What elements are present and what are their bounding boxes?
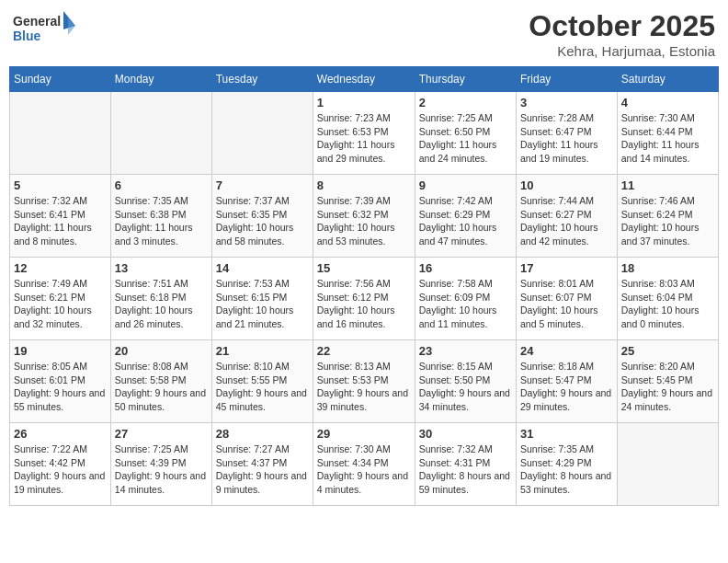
calendar-header-row: SundayMondayTuesdayWednesdayThursdayFrid… (10, 67, 719, 92)
location: Kehra, Harjumaa, Estonia (529, 43, 715, 59)
day-info: Sunrise: 7:32 AM Sunset: 4:31 PM Dayligh… (419, 442, 512, 497)
day-info: Sunrise: 7:23 AM Sunset: 6:53 PM Dayligh… (317, 111, 411, 166)
day-cell: 13Sunrise: 7:51 AM Sunset: 6:18 PM Dayli… (110, 258, 211, 340)
day-info: Sunrise: 8:03 AM Sunset: 6:04 PM Dayligh… (621, 277, 714, 331)
col-header-saturday: Saturday (617, 67, 718, 92)
day-info: Sunrise: 7:42 AM Sunset: 6:29 PM Dayligh… (419, 194, 512, 248)
day-cell: 15Sunrise: 7:56 AM Sunset: 6:12 PM Dayli… (313, 258, 415, 340)
day-info: Sunrise: 7:44 AM Sunset: 6:27 PM Dayligh… (520, 194, 613, 248)
day-number: 13 (115, 261, 208, 275)
col-header-sunday: Sunday (10, 67, 111, 92)
day-number: 5 (14, 178, 107, 192)
day-cell (617, 423, 718, 506)
week-row-1: 1Sunrise: 7:23 AM Sunset: 6:53 PM Daylig… (10, 92, 719, 175)
week-row-4: 19Sunrise: 8:05 AM Sunset: 6:01 PM Dayli… (10, 340, 719, 423)
day-number: 3 (520, 96, 613, 109)
day-number: 16 (419, 261, 512, 275)
day-cell: 20Sunrise: 8:08 AM Sunset: 5:58 PM Dayli… (110, 340, 211, 423)
day-info: Sunrise: 7:32 AM Sunset: 6:41 PM Dayligh… (14, 194, 107, 248)
day-number: 30 (419, 427, 512, 441)
col-header-wednesday: Wednesday (313, 67, 415, 92)
day-cell: 30Sunrise: 7:32 AM Sunset: 4:31 PM Dayli… (415, 423, 516, 506)
day-cell: 14Sunrise: 7:53 AM Sunset: 6:15 PM Dayli… (211, 258, 313, 340)
day-cell: 22Sunrise: 8:13 AM Sunset: 5:53 PM Dayli… (313, 340, 415, 423)
day-info: Sunrise: 7:35 AM Sunset: 4:29 PM Dayligh… (520, 442, 613, 497)
day-cell: 18Sunrise: 8:03 AM Sunset: 6:04 PM Dayli… (617, 258, 718, 340)
day-info: Sunrise: 8:18 AM Sunset: 5:47 PM Dayligh… (520, 360, 613, 414)
day-cell: 11Sunrise: 7:46 AM Sunset: 6:24 PM Dayli… (617, 175, 718, 258)
day-cell: 29Sunrise: 7:30 AM Sunset: 4:34 PM Dayli… (313, 423, 415, 506)
day-cell: 21Sunrise: 8:10 AM Sunset: 5:55 PM Dayli… (211, 340, 313, 423)
col-header-monday: Monday (110, 67, 211, 92)
day-number: 1 (317, 96, 411, 109)
day-info: Sunrise: 8:20 AM Sunset: 5:45 PM Dayligh… (621, 360, 714, 414)
day-number: 11 (621, 178, 714, 192)
day-cell: 17Sunrise: 8:01 AM Sunset: 6:07 PM Dayli… (516, 258, 617, 340)
day-info: Sunrise: 8:01 AM Sunset: 6:07 PM Dayligh… (520, 277, 613, 331)
day-info: Sunrise: 7:51 AM Sunset: 6:18 PM Dayligh… (115, 277, 208, 331)
day-info: Sunrise: 7:37 AM Sunset: 6:35 PM Dayligh… (216, 194, 309, 248)
day-number: 12 (14, 261, 107, 275)
day-number: 23 (419, 344, 512, 358)
week-row-5: 26Sunrise: 7:22 AM Sunset: 4:42 PM Dayli… (10, 423, 719, 506)
day-info: Sunrise: 8:05 AM Sunset: 6:01 PM Dayligh… (14, 360, 107, 414)
day-info: Sunrise: 8:13 AM Sunset: 5:53 PM Dayligh… (317, 360, 411, 414)
day-info: Sunrise: 7:49 AM Sunset: 6:21 PM Dayligh… (14, 277, 107, 331)
day-cell (110, 92, 211, 175)
day-number: 18 (621, 261, 714, 275)
week-row-2: 5Sunrise: 7:32 AM Sunset: 6:41 PM Daylig… (10, 175, 719, 258)
day-cell: 10Sunrise: 7:44 AM Sunset: 6:27 PM Dayli… (516, 175, 617, 258)
day-number: 2 (419, 96, 512, 109)
day-cell (10, 92, 111, 175)
day-number: 6 (115, 178, 208, 192)
col-header-tuesday: Tuesday (211, 67, 313, 92)
day-number: 25 (621, 344, 714, 358)
day-cell: 2Sunrise: 7:25 AM Sunset: 6:50 PM Daylig… (415, 92, 516, 175)
day-cell: 16Sunrise: 7:58 AM Sunset: 6:09 PM Dayli… (415, 258, 516, 340)
day-cell: 4Sunrise: 7:30 AM Sunset: 6:44 PM Daylig… (617, 92, 718, 175)
day-number: 28 (216, 427, 309, 441)
day-number: 4 (621, 96, 714, 109)
day-info: Sunrise: 7:35 AM Sunset: 6:38 PM Dayligh… (115, 194, 208, 248)
svg-marker-3 (68, 17, 75, 35)
day-info: Sunrise: 8:10 AM Sunset: 5:55 PM Dayligh… (216, 360, 309, 414)
day-cell: 24Sunrise: 8:18 AM Sunset: 5:47 PM Dayli… (516, 340, 617, 423)
day-number: 19 (14, 344, 107, 358)
day-info: Sunrise: 7:53 AM Sunset: 6:15 PM Dayligh… (216, 277, 309, 331)
day-number: 10 (520, 178, 613, 192)
page-header: GeneralBlue October 2025 Kehra, Harjumaa… (9, 9, 719, 59)
day-info: Sunrise: 8:08 AM Sunset: 5:58 PM Dayligh… (115, 360, 208, 414)
day-info: Sunrise: 7:25 AM Sunset: 4:39 PM Dayligh… (115, 442, 208, 497)
day-number: 22 (317, 344, 411, 358)
col-header-thursday: Thursday (415, 67, 516, 92)
day-cell (211, 92, 313, 175)
day-info: Sunrise: 7:58 AM Sunset: 6:09 PM Dayligh… (419, 277, 512, 331)
day-number: 20 (115, 344, 208, 358)
day-cell: 31Sunrise: 7:35 AM Sunset: 4:29 PM Dayli… (516, 423, 617, 506)
day-cell: 25Sunrise: 8:20 AM Sunset: 5:45 PM Dayli… (617, 340, 718, 423)
day-cell: 9Sunrise: 7:42 AM Sunset: 6:29 PM Daylig… (415, 175, 516, 258)
day-number: 8 (317, 178, 411, 192)
logo-svg: GeneralBlue (13, 9, 77, 46)
day-cell: 27Sunrise: 7:25 AM Sunset: 4:39 PM Dayli… (110, 423, 211, 506)
day-number: 17 (520, 261, 613, 275)
day-cell: 5Sunrise: 7:32 AM Sunset: 6:41 PM Daylig… (10, 175, 111, 258)
title-block: October 2025 Kehra, Harjumaa, Estonia (529, 9, 715, 59)
day-number: 15 (317, 261, 411, 275)
day-cell: 12Sunrise: 7:49 AM Sunset: 6:21 PM Dayli… (10, 258, 111, 340)
calendar: SundayMondayTuesdayWednesdayThursdayFrid… (9, 66, 719, 506)
day-info: Sunrise: 7:28 AM Sunset: 6:47 PM Dayligh… (520, 111, 613, 166)
day-number: 21 (216, 344, 309, 358)
day-cell: 8Sunrise: 7:39 AM Sunset: 6:32 PM Daylig… (313, 175, 415, 258)
week-row-3: 12Sunrise: 7:49 AM Sunset: 6:21 PM Dayli… (10, 258, 719, 340)
day-info: Sunrise: 7:30 AM Sunset: 6:44 PM Dayligh… (621, 111, 714, 166)
day-cell: 3Sunrise: 7:28 AM Sunset: 6:47 PM Daylig… (516, 92, 617, 175)
day-cell: 7Sunrise: 7:37 AM Sunset: 6:35 PM Daylig… (211, 175, 313, 258)
day-info: Sunrise: 8:15 AM Sunset: 5:50 PM Dayligh… (419, 360, 512, 414)
day-info: Sunrise: 7:30 AM Sunset: 4:34 PM Dayligh… (317, 442, 411, 497)
day-info: Sunrise: 7:39 AM Sunset: 6:32 PM Dayligh… (317, 194, 411, 248)
day-cell: 1Sunrise: 7:23 AM Sunset: 6:53 PM Daylig… (313, 92, 415, 175)
svg-text:Blue: Blue (13, 29, 41, 43)
day-info: Sunrise: 7:46 AM Sunset: 6:24 PM Dayligh… (621, 194, 714, 248)
day-number: 24 (520, 344, 613, 358)
